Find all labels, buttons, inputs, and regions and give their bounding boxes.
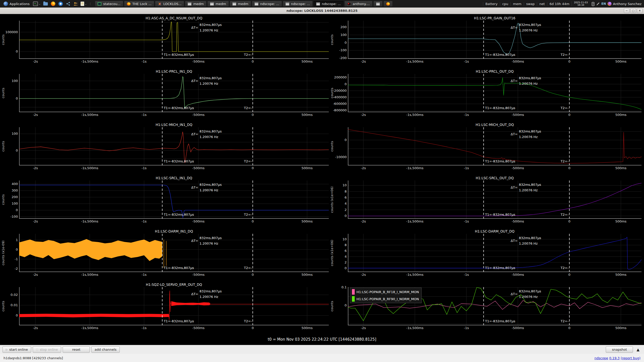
delta-t-time: 832ms,807µs <box>199 76 222 80</box>
plot-panel[interactable]: counts0.10ΔT=832ms,807µs1.20076 HzT1=-83… <box>329 281 644 334</box>
plot-area[interactable]: ΔT=832ms,807µs1.20076 HzT1=-832ms,807µsT… <box>19 74 329 112</box>
tray-mem[interactable]: mem <box>510 2 524 6</box>
plot-area[interactable]: ΔT=832ms,807µs1.20076 HzT1=-832ms,807µsT… <box>348 180 641 219</box>
t1-cursor-label: T1=-832ms,807µs <box>164 53 194 57</box>
users-launcher[interactable] <box>73 1 78 6</box>
delta-t-frequency: 1.20076 Hz <box>519 242 538 245</box>
plot-panel[interactable]: H1:LSC-MICH_OUT_DQcounts0-10000ΔT=832ms,… <box>329 121 644 174</box>
window-icon <box>232 2 236 6</box>
taskbar-window-button[interactable]: medm <box>230 1 251 7</box>
plot-area[interactable]: ΔT=832ms,807µs1.20076 HzT1=-832ms,807µsT… <box>348 21 641 59</box>
collapse-arrow-icon[interactable]: ▲ <box>636 347 639 352</box>
plot-panel[interactable]: H1:ASC-AS_A_DC_NSUM_OUT_DQcounts1000000Δ… <box>0 14 329 67</box>
notes-icon <box>80 2 84 6</box>
firefox-launcher[interactable] <box>51 1 56 6</box>
maximize-button[interactable]: ▢ <box>630 8 636 13</box>
tray-swap[interactable]: swap <box>524 2 537 6</box>
x-tick-label: 500ms <box>301 326 312 330</box>
add-channels-button[interactable]: add channels <box>91 346 120 353</box>
terminal-launcher[interactable]: >_ ⌄ <box>33 2 41 6</box>
x-tick-label: 0 <box>568 113 570 117</box>
snapshot-button[interactable]: snapshot <box>606 346 633 353</box>
taskbar-window-button[interactable]: XLOCKLOS... <box>155 1 184 7</box>
x-tick-label: -500ms <box>512 60 524 63</box>
plot-panel[interactable]: H1:SQZ-LO_SERVO_ERR_OUT_DQcounts0.020.01… <box>0 281 329 334</box>
reset-button[interactable]: reset <box>63 346 90 353</box>
plot-panel[interactable]: H1:LSC-PR_GAIN_OUT16counts2001000-100-20… <box>329 14 644 67</box>
tray-battery[interactable]: Battery <box>483 2 500 6</box>
tray-net[interactable]: net <box>537 2 547 6</box>
about-links: ndscope 0.19.3 (report bug) <box>594 356 640 360</box>
share-icon <box>66 2 70 6</box>
plot-area[interactable]: ΔT=832ms,807µs1.20076 HzT1=-832ms,807µsT… <box>19 287 329 325</box>
taskbar-window-button[interactable]: anthony.... <box>344 1 373 7</box>
plot-panel[interactable]: H1:LSC-SRCL_IN1_DQcounts4003002001000-10… <box>0 174 329 227</box>
notes-launcher[interactable]: ⌄ <box>80 2 87 6</box>
plot-area[interactable]: ΔT=832ms,807µs1.20076 HzT1=-832ms,807µsT… <box>348 234 641 272</box>
x-tick-label: -1s,500ms <box>406 219 423 223</box>
report-bug-link[interactable]: (report bug) <box>621 356 640 360</box>
plot-area[interactable]: ΔT=832ms,807µs1.20076 HzT1=-832ms,807µsT… <box>348 287 641 325</box>
plot-title: H1:SQZ-LO_SERVO_ERR_OUT_DQ <box>19 283 329 287</box>
plot-panel[interactable]: H1:LSC-PRCL_IN1_DQcounts1000ΔT=832ms,807… <box>0 67 329 121</box>
keyboard-layout-badge[interactable]: EN <box>601 2 606 6</box>
taskbar-window-label: anthony.... <box>353 2 370 6</box>
ndscope-link[interactable]: ndscope <box>594 356 608 360</box>
delta-t-prefix: ΔT= <box>191 26 198 29</box>
power-icon[interactable] <box>591 2 595 6</box>
y-tick-label: -600000 <box>333 102 347 106</box>
plot-area[interactable]: ΔT=832ms,807µs1.20076 HzT1=-832ms,807µsT… <box>19 180 329 219</box>
applications-menu[interactable]: Applications <box>2 1 31 7</box>
plot-area[interactable]: ΔT=832ms,807µs1.20076 HzT1=-832ms,807µsT… <box>348 74 641 112</box>
file-manager-launcher[interactable] <box>43 1 48 6</box>
close-button[interactable]: ✕ <box>637 8 642 13</box>
version-link[interactable]: 0.19.3 <box>609 356 620 360</box>
share-launcher[interactable] <box>66 1 71 6</box>
taskbar-window-button[interactable]: ndscope: ... <box>252 1 282 7</box>
tray-time: 16:34 <box>577 4 584 6</box>
taskbar-window-button[interactable] <box>383 1 393 7</box>
plot-area[interactable]: ΔT=832ms,807µs1.20076 HzT1=-832ms,807µsT… <box>19 21 329 59</box>
x-tick-label: -500ms <box>192 166 205 170</box>
tray-clock[interactable]: 2025-11-03 16:34 <box>572 1 590 6</box>
taskbar-window-button[interactable]: medm <box>207 1 229 7</box>
plot-panel[interactable]: H1:LSC-MICH_IN1_DQcounts1000ΔT=832ms,807… <box>0 121 329 174</box>
plot-panel[interactable]: H1:LSC-PRCL_OUT_DQcounts2000000-200000-4… <box>329 67 644 121</box>
pen-icon[interactable] <box>596 2 600 6</box>
t1-cursor-label: T1=-832ms,807µs <box>164 159 194 163</box>
taskbar-window-button[interactable]: THE Lock ... <box>124 1 154 7</box>
x-tick-label: 0 <box>252 219 254 223</box>
y-tick-label: 2 <box>345 208 347 212</box>
taskbar-window-label: medm <box>238 2 249 6</box>
t1-cursor-label: T1=-832ms,807µs <box>485 213 515 216</box>
delta-t-prefix: ΔT= <box>511 26 518 29</box>
tray-app-icon[interactable] <box>608 2 612 6</box>
x-tick-label: -1s,500ms <box>81 60 98 63</box>
plot-panel[interactable]: H1:LSC-DARM_OUT_DQcounts (x1e+06)1086420… <box>329 227 644 281</box>
x-tick-label: -1s,500ms <box>81 273 98 277</box>
add-channels-label: add channels <box>95 348 116 351</box>
stop-online-button[interactable]: □ stop online <box>33 346 61 353</box>
play-icon: ▷ <box>6 348 8 351</box>
taskbar-window-button[interactable]: ndscope: ... <box>283 1 313 7</box>
plot-area[interactable]: ΔT=832ms,807µs1.20076 HzT1=-832ms,807µsT… <box>348 127 641 165</box>
logged-in-user[interactable]: Anthony Sanchez <box>613 2 642 6</box>
browser-launcher[interactable] <box>58 1 63 6</box>
window-icon <box>376 2 380 6</box>
plot-area[interactable]: ΔT=832ms,807µs1.20076 HzT1=-832ms,807µsT… <box>19 127 329 165</box>
tray-cpu[interactable]: cpu <box>500 2 511 6</box>
plot-area[interactable]: ΔT=832ms,807µs1.20076 HzT1=-832ms,807µsT… <box>19 234 329 272</box>
window-titlebar[interactable]: ndscope: LOCKLOSS 1446243880.8125 −▢✕ <box>0 8 644 14</box>
y-tick-label: 4 <box>345 255 347 258</box>
taskbar-window-button[interactable]: medm <box>185 1 207 7</box>
start-online-button[interactable]: ▷ start online <box>3 346 31 353</box>
taskbar-window-button[interactable]: ndscope: ... <box>313 1 344 7</box>
taskbar-window-label: medm <box>216 2 226 6</box>
minimize-button[interactable]: − <box>624 8 629 13</box>
plot-panel[interactable]: H1:LSC-DARM_IN1_DQcounts (x1e-09)10-1-2Δ… <box>0 227 329 281</box>
taskbar-window-button[interactable] <box>373 1 383 7</box>
t1-cursor-label: T1=-832ms,807µs <box>164 319 194 323</box>
plot-legend: H1:LSC-POPAIR_B_RF18_I_NORM_MONH1:LSC-PO… <box>350 288 422 303</box>
taskbar-window-button[interactable]: statecou... <box>95 1 123 7</box>
plot-panel[interactable]: H1:LSC-SRCL_OUT_DQcounts (x1e+06)1086420… <box>329 174 644 227</box>
